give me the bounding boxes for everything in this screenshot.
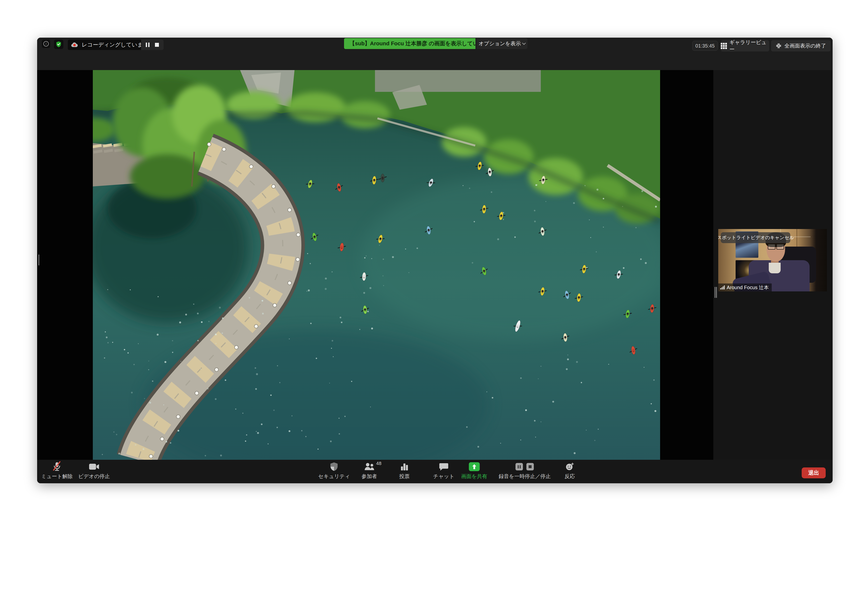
cloud-recording-icon: [71, 42, 79, 48]
leave-meeting-label: 退出: [808, 469, 819, 477]
exit-fullscreen-icon: [775, 43, 782, 49]
meeting-timer: 01:35:45: [692, 41, 718, 51]
show-options-label: オプションを表示: [479, 40, 521, 47]
rock-wall: [375, 70, 541, 92]
participants-count-badge: 48: [376, 461, 381, 466]
reactions-button[interactable]: 反応: [564, 460, 575, 479]
meeting-top-bar: i レコーディングしています...: [37, 38, 832, 70]
signal-bars-icon: [720, 285, 725, 290]
participants-icon: [364, 462, 375, 471]
viewing-shared-screen-banner: 【sub】Around Focu 辻本勝彦 の画面を表示しています: [344, 38, 476, 49]
participant-video-thumbnail[interactable]: スポットライトビデオのキャンセル Around Focus 辻本: [718, 229, 827, 291]
chat-label: チャット: [433, 474, 454, 479]
share-screen-button[interactable]: 画面を共有: [461, 460, 487, 479]
pause-recording-toolbar-icon[interactable]: [516, 463, 523, 470]
exit-fullscreen-button[interactable]: 全画面表示の終了: [771, 40, 831, 51]
lamp-post: [288, 208, 291, 212]
zoom-meeting-window: i レコーディングしています...: [37, 38, 832, 483]
chevron-down-icon: [522, 41, 526, 45]
share-screen-icon: [469, 462, 480, 471]
glasses: [768, 244, 784, 250]
participant-name-label: Around Focus 辻本: [718, 284, 772, 291]
gallery-grid-icon: [721, 43, 727, 49]
lamp-post: [222, 147, 226, 151]
security-button[interactable]: セキュリティ: [318, 460, 350, 479]
panel-collapse-handle-line: [716, 287, 717, 298]
polls-button[interactable]: 投票: [399, 460, 410, 479]
lamp-post: [296, 258, 300, 262]
shared-screen-banner-text: 【sub】Around Focu 辻本勝彦 の画面を表示しています: [349, 40, 490, 47]
lamp-post: [250, 165, 253, 169]
shared-screen-area: スポットライトビデオのキャンセル Around Focus 辻本: [37, 70, 832, 460]
lamp-post: [149, 454, 153, 458]
lamp-post: [208, 143, 211, 146]
show-options-button[interactable]: オプションを表示: [476, 38, 527, 49]
lamp-post: [254, 324, 258, 328]
page-background: i レコーディングしています...: [0, 0, 868, 614]
lamp-post: [215, 368, 219, 372]
recording-controls: [141, 40, 164, 50]
chat-bubble-icon: [439, 462, 448, 471]
recording-pause-stop-button[interactable]: 録音を一時停止／停止: [499, 460, 551, 479]
participant-name-text: Around Focus 辻本: [727, 284, 769, 291]
reactions-smiley-icon: [565, 462, 575, 471]
lamp-post: [288, 281, 291, 285]
spotlight-cancel-tooltip[interactable]: スポットライトビデオのキャンセル: [721, 232, 790, 243]
exit-fullscreen-label: 全画面表示の終了: [784, 42, 826, 49]
participants-button[interactable]: 48 参加者: [362, 460, 377, 479]
info-icon: i: [43, 41, 49, 47]
participants-label: 参加者: [362, 474, 377, 479]
gallery-view-button[interactable]: ギャラリービュー: [721, 40, 769, 51]
lamp-post: [195, 391, 199, 395]
security-shield-icon: [330, 462, 338, 471]
stop-video-label: ビデオの停止: [78, 474, 110, 479]
security-label: セキュリティ: [318, 474, 350, 479]
meeting-info-button[interactable]: i: [42, 40, 50, 48]
lamp-post: [160, 437, 164, 441]
shared-screen-photo: [93, 70, 660, 460]
lamp-post: [296, 233, 300, 237]
share-screen-label: 画面を共有: [461, 474, 487, 479]
reactions-label: 反応: [564, 474, 575, 479]
poll-bars-icon: [400, 462, 409, 471]
camera-icon: [88, 463, 99, 471]
leave-meeting-button[interactable]: 退出: [802, 467, 826, 478]
unmute-button[interactable]: ミュート解除: [41, 460, 73, 479]
chat-button[interactable]: チャット: [433, 460, 454, 479]
stop-recording-icon[interactable]: [155, 43, 159, 47]
meeting-toolbar: ミュート解除 ビデオの停止: [37, 460, 832, 483]
polls-label: 投票: [399, 474, 410, 479]
lamp-post: [177, 415, 180, 419]
shield-check-icon: [55, 41, 62, 48]
panel-collapse-handle[interactable]: [715, 287, 715, 298]
lamp-post: [273, 304, 277, 307]
spotlight-cancel-label: スポットライトビデオのキャンセル: [718, 234, 794, 241]
recording-control-label: 録音を一時停止／停止: [499, 474, 551, 479]
pause-recording-icon[interactable]: [146, 43, 149, 47]
lamp-post: [272, 185, 276, 188]
unmute-label: ミュート解除: [41, 474, 73, 479]
encryption-status-button[interactable]: [54, 40, 64, 49]
microphone-muted-icon: [52, 461, 62, 472]
stop-video-button[interactable]: ビデオの停止: [78, 460, 110, 479]
stop-recording-toolbar-icon[interactable]: [527, 463, 534, 470]
meeting-timer-value: 01:35:45: [696, 43, 715, 49]
lamp-post: [235, 346, 238, 349]
gallery-view-label: ギャラリービュー: [729, 39, 769, 53]
